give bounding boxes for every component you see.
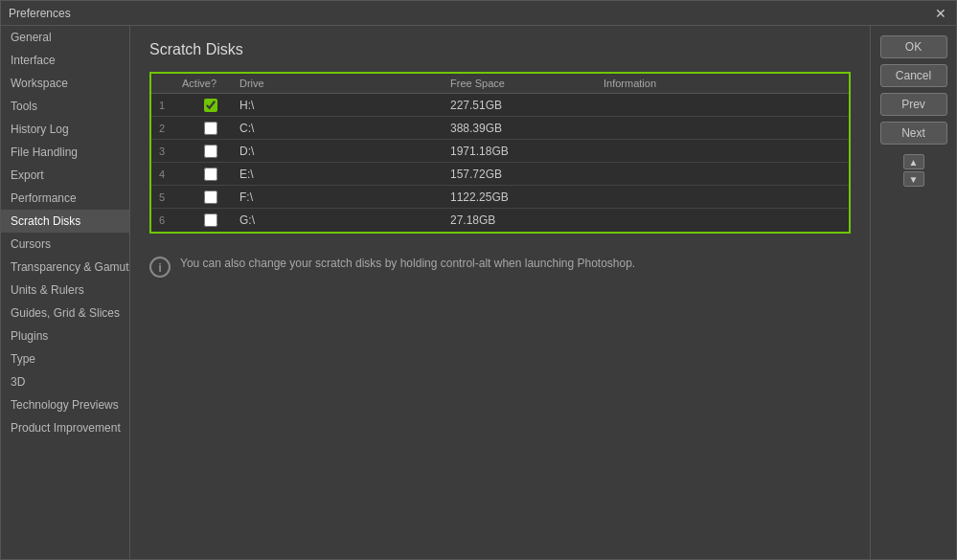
sidebar-item-performance[interactable]: Performance (1, 187, 129, 210)
row-checkbox-cell (182, 190, 239, 204)
info-text: You can also change your scratch disks b… (180, 255, 635, 272)
row-number: 1 (159, 100, 182, 111)
sidebar-item-transparency-gamut[interactable]: Transparency & Gamut (1, 256, 129, 279)
free-space-label: 227.51GB (450, 99, 604, 112)
up-arrow-button[interactable]: ▲ (903, 154, 924, 169)
sidebar-item-plugins[interactable]: Plugins (1, 325, 129, 347)
drive-label: F:\ (239, 190, 450, 204)
table-row: 6G:\27.18GB (151, 209, 849, 232)
drive-label: G:\ (239, 213, 450, 227)
table-row: 4E:\157.72GB (151, 163, 849, 186)
row-number: 6 (159, 214, 182, 226)
drive-checkbox[interactable] (204, 122, 217, 135)
col-header-info: Information (604, 78, 841, 89)
prev-button[interactable]: Prev (880, 93, 947, 116)
table-body: 1H:\227.51GB2C:\388.39GB3D:\1971.18GB4E:… (151, 94, 849, 232)
drive-checkbox[interactable] (204, 168, 217, 181)
row-checkbox-cell (182, 213, 239, 227)
cancel-button[interactable]: Cancel (880, 64, 947, 87)
close-button[interactable]: ✕ (933, 6, 948, 21)
free-space-label: 157.72GB (450, 168, 604, 181)
sidebar-item-workspace[interactable]: Workspace (1, 72, 129, 95)
nav-arrows: ▲ ▼ (903, 154, 924, 187)
table-row: 3D:\1971.18GB (151, 140, 849, 163)
row-number: 2 (159, 123, 182, 134)
drive-label: C:\ (239, 122, 450, 135)
col-header-num (159, 78, 182, 89)
scratch-disks-table: Active? Drive Free Space Information 1H:… (149, 72, 851, 234)
sidebar-item-3d[interactable]: 3D (1, 370, 129, 393)
section-title: Scratch Disks (149, 41, 851, 58)
drive-checkbox[interactable] (204, 213, 217, 227)
title-bar: Preferences ✕ (1, 1, 956, 26)
row-number: 5 (159, 191, 182, 203)
info-box: i You can also change your scratch disks… (149, 251, 851, 281)
sidebar-item-guides-grid-slices[interactable]: Guides, Grid & Slices (1, 302, 129, 325)
window-title: Preferences (9, 7, 71, 20)
info-icon: i (149, 257, 171, 278)
row-checkbox-cell (182, 145, 239, 158)
table-row: 1H:\227.51GB (151, 94, 849, 117)
drive-label: E:\ (239, 168, 450, 181)
col-header-active: Active? (182, 78, 239, 89)
next-button[interactable]: Next (880, 122, 947, 145)
sidebar-item-units-rulers[interactable]: Units & Rulers (1, 279, 129, 302)
row-checkbox-cell (182, 122, 239, 135)
row-number: 3 (159, 146, 182, 157)
drive-checkbox[interactable] (204, 99, 217, 112)
row-number: 4 (159, 168, 182, 180)
free-space-label: 1971.18GB (450, 145, 604, 158)
sidebar-item-technology-previews[interactable]: Technology Previews (1, 393, 129, 416)
sidebar-item-type[interactable]: Type (1, 347, 129, 370)
free-space-label: 1122.25GB (450, 190, 604, 204)
sidebar-item-interface[interactable]: Interface (1, 49, 129, 72)
row-checkbox-cell (182, 99, 239, 112)
content-area: Scratch Disks Active? Drive Free Space I… (130, 26, 870, 559)
sidebar-item-file-handling[interactable]: File Handling (1, 141, 129, 164)
buttons-panel: OK Cancel Prev Next ▲ ▼ (870, 26, 956, 559)
main-content: GeneralInterfaceWorkspaceToolsHistory Lo… (1, 26, 956, 559)
free-space-label: 388.39GB (450, 122, 604, 135)
sidebar-item-scratch-disks[interactable]: Scratch Disks (1, 210, 129, 233)
down-arrow-button[interactable]: ▼ (903, 171, 924, 187)
row-checkbox-cell (182, 168, 239, 181)
sidebar: GeneralInterfaceWorkspaceToolsHistory Lo… (1, 26, 130, 559)
sidebar-item-history-log[interactable]: History Log (1, 118, 129, 141)
free-space-label: 27.18GB (450, 213, 604, 227)
drive-label: D:\ (239, 145, 450, 158)
drive-checkbox[interactable] (204, 145, 217, 158)
sidebar-item-export[interactable]: Export (1, 164, 129, 187)
sidebar-item-general[interactable]: General (1, 26, 129, 49)
sidebar-item-cursors[interactable]: Cursors (1, 233, 129, 256)
sidebar-item-product-improvement[interactable]: Product Improvement (1, 416, 129, 439)
col-header-free: Free Space (450, 78, 604, 89)
col-header-drive: Drive (239, 78, 450, 89)
table-header: Active? Drive Free Space Information (151, 74, 849, 94)
ok-button[interactable]: OK (880, 35, 947, 58)
preferences-window: Preferences ✕ GeneralInterfaceWorkspaceT… (0, 0, 957, 560)
drive-label: H:\ (239, 99, 450, 112)
drive-checkbox[interactable] (204, 190, 217, 204)
table-row: 2C:\388.39GB (151, 117, 849, 140)
table-row: 5F:\1122.25GB (151, 186, 849, 209)
sidebar-item-tools[interactable]: Tools (1, 95, 129, 118)
